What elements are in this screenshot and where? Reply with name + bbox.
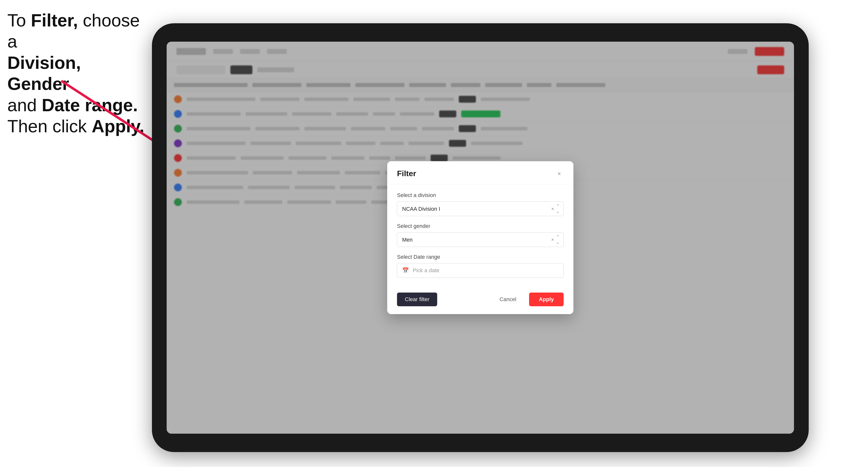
- date-label: Select Date range: [397, 254, 564, 260]
- footer-right-buttons: Cancel Apply: [492, 292, 564, 306]
- apply-button[interactable]: Apply: [529, 292, 564, 306]
- instruction-line1: To Filter, choose a: [7, 10, 140, 51]
- instruction-text: To Filter, choose a Division, Gender and…: [7, 10, 145, 137]
- date-form-group: Select Date range 📅 Pick a date: [397, 254, 564, 278]
- modal-header: Filter ×: [387, 161, 574, 184]
- clear-filter-button[interactable]: Clear filter: [397, 292, 437, 306]
- tablet-screen: Filter × Select a division NCAA Division…: [167, 42, 794, 434]
- tablet-frame: Filter × Select a division NCAA Division…: [152, 23, 809, 452]
- gender-form-group: Select gender Men Women Co-ed × ⌃⌄: [397, 223, 564, 247]
- division-select[interactable]: NCAA Division I NCAA Division II NCAA Di…: [397, 201, 564, 216]
- cancel-button[interactable]: Cancel: [492, 292, 524, 306]
- gender-select[interactable]: Men Women Co-ed: [397, 232, 564, 247]
- modal-body: Select a division NCAA Division I NCAA D…: [387, 184, 574, 292]
- division-label: Select a division: [397, 192, 564, 198]
- gender-label: Select gender: [397, 223, 564, 229]
- filter-modal: Filter × Select a division NCAA Division…: [387, 161, 574, 314]
- gender-select-wrapper: Men Women Co-ed × ⌃⌄: [397, 232, 564, 247]
- calendar-icon: 📅: [402, 267, 409, 274]
- date-placeholder: Pick a date: [413, 267, 439, 274]
- modal-overlay: Filter × Select a division NCAA Division…: [167, 42, 794, 434]
- instruction-bold2: Division, Gender: [7, 53, 81, 94]
- date-picker[interactable]: 📅 Pick a date: [397, 263, 564, 278]
- modal-title: Filter: [397, 169, 416, 178]
- modal-footer: Clear filter Cancel Apply: [387, 292, 574, 314]
- instruction-line4: Then click Apply.: [7, 116, 144, 136]
- division-select-wrapper: NCAA Division I NCAA Division II NCAA Di…: [397, 201, 564, 216]
- modal-close-button[interactable]: ×: [555, 169, 564, 178]
- instruction-line3: and Date range.: [7, 95, 138, 115]
- division-form-group: Select a division NCAA Division I NCAA D…: [397, 192, 564, 216]
